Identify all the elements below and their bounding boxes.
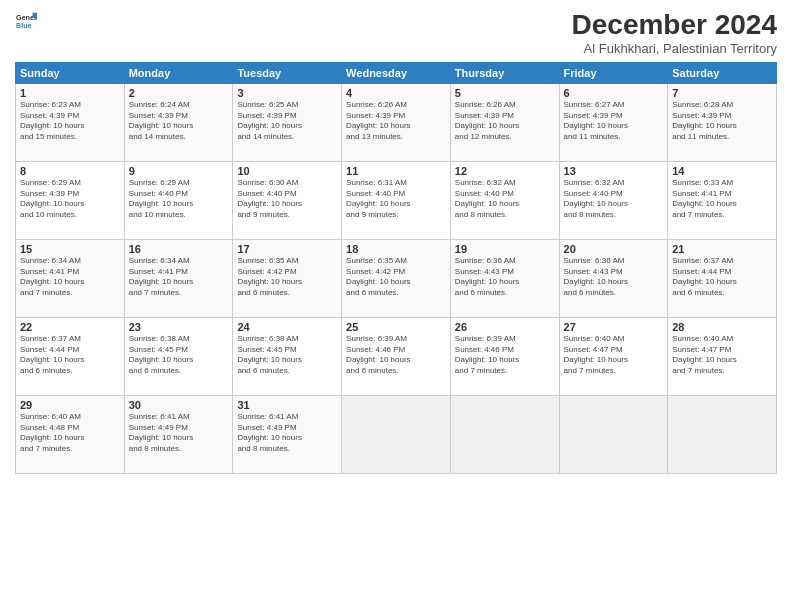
day-info: Sunrise: 6:36 AM Sunset: 4:43 PM Dayligh… (564, 256, 664, 299)
day-cell: 30Sunrise: 6:41 AM Sunset: 4:49 PM Dayli… (124, 395, 233, 473)
day-number: 18 (346, 243, 446, 255)
day-info: Sunrise: 6:34 AM Sunset: 4:41 PM Dayligh… (129, 256, 229, 299)
day-number: 1 (20, 87, 120, 99)
day-number: 26 (455, 321, 555, 333)
day-cell: 1Sunrise: 6:23 AM Sunset: 4:39 PM Daylig… (16, 83, 125, 161)
week-row-3: 15Sunrise: 6:34 AM Sunset: 4:41 PM Dayli… (16, 239, 777, 317)
day-cell: 9Sunrise: 6:29 AM Sunset: 4:40 PM Daylig… (124, 161, 233, 239)
day-info: Sunrise: 6:34 AM Sunset: 4:41 PM Dayligh… (20, 256, 120, 299)
title-block: December 2024 Al Fukhkhari, Palestinian … (572, 10, 777, 56)
day-cell: 26Sunrise: 6:39 AM Sunset: 4:46 PM Dayli… (450, 317, 559, 395)
day-info: Sunrise: 6:24 AM Sunset: 4:39 PM Dayligh… (129, 100, 229, 143)
day-cell: 23Sunrise: 6:38 AM Sunset: 4:45 PM Dayli… (124, 317, 233, 395)
day-info: Sunrise: 6:25 AM Sunset: 4:39 PM Dayligh… (237, 100, 337, 143)
day-info: Sunrise: 6:37 AM Sunset: 4:44 PM Dayligh… (20, 334, 120, 377)
day-cell: 14Sunrise: 6:33 AM Sunset: 4:41 PM Dayli… (668, 161, 777, 239)
day-cell: 5Sunrise: 6:26 AM Sunset: 4:39 PM Daylig… (450, 83, 559, 161)
day-cell (668, 395, 777, 473)
day-cell: 25Sunrise: 6:39 AM Sunset: 4:46 PM Dayli… (342, 317, 451, 395)
day-cell: 20Sunrise: 6:36 AM Sunset: 4:43 PM Dayli… (559, 239, 668, 317)
week-row-1: 1Sunrise: 6:23 AM Sunset: 4:39 PM Daylig… (16, 83, 777, 161)
day-info: Sunrise: 6:41 AM Sunset: 4:49 PM Dayligh… (237, 412, 337, 455)
day-cell: 15Sunrise: 6:34 AM Sunset: 4:41 PM Dayli… (16, 239, 125, 317)
day-cell: 10Sunrise: 6:30 AM Sunset: 4:40 PM Dayli… (233, 161, 342, 239)
day-number: 19 (455, 243, 555, 255)
day-info: Sunrise: 6:27 AM Sunset: 4:39 PM Dayligh… (564, 100, 664, 143)
col-monday: Monday (124, 62, 233, 83)
svg-text:Blue: Blue (16, 22, 32, 30)
day-info: Sunrise: 6:35 AM Sunset: 4:42 PM Dayligh… (237, 256, 337, 299)
col-friday: Friday (559, 62, 668, 83)
logo: General Blue (15, 10, 37, 32)
day-info: Sunrise: 6:23 AM Sunset: 4:39 PM Dayligh… (20, 100, 120, 143)
day-info: Sunrise: 6:37 AM Sunset: 4:44 PM Dayligh… (672, 256, 772, 299)
logo-icon: General Blue (15, 10, 37, 32)
day-cell: 11Sunrise: 6:31 AM Sunset: 4:40 PM Dayli… (342, 161, 451, 239)
day-number: 7 (672, 87, 772, 99)
day-number: 20 (564, 243, 664, 255)
header: General Blue December 2024 Al Fukhkhari,… (15, 10, 777, 56)
day-number: 13 (564, 165, 664, 177)
header-row: Sunday Monday Tuesday Wednesday Thursday… (16, 62, 777, 83)
page: General Blue December 2024 Al Fukhkhari,… (0, 0, 792, 612)
day-number: 27 (564, 321, 664, 333)
day-number: 25 (346, 321, 446, 333)
day-info: Sunrise: 6:39 AM Sunset: 4:46 PM Dayligh… (455, 334, 555, 377)
day-cell: 8Sunrise: 6:29 AM Sunset: 4:39 PM Daylig… (16, 161, 125, 239)
day-number: 23 (129, 321, 229, 333)
day-cell (342, 395, 451, 473)
day-cell: 12Sunrise: 6:32 AM Sunset: 4:40 PM Dayli… (450, 161, 559, 239)
day-number: 15 (20, 243, 120, 255)
day-number: 9 (129, 165, 229, 177)
day-cell: 13Sunrise: 6:32 AM Sunset: 4:40 PM Dayli… (559, 161, 668, 239)
day-number: 5 (455, 87, 555, 99)
day-number: 24 (237, 321, 337, 333)
day-info: Sunrise: 6:26 AM Sunset: 4:39 PM Dayligh… (346, 100, 446, 143)
day-number: 28 (672, 321, 772, 333)
day-info: Sunrise: 6:40 AM Sunset: 4:47 PM Dayligh… (672, 334, 772, 377)
day-info: Sunrise: 6:40 AM Sunset: 4:48 PM Dayligh… (20, 412, 120, 455)
day-cell: 28Sunrise: 6:40 AM Sunset: 4:47 PM Dayli… (668, 317, 777, 395)
col-thursday: Thursday (450, 62, 559, 83)
day-cell: 24Sunrise: 6:38 AM Sunset: 4:45 PM Dayli… (233, 317, 342, 395)
day-info: Sunrise: 6:41 AM Sunset: 4:49 PM Dayligh… (129, 412, 229, 455)
day-number: 10 (237, 165, 337, 177)
day-info: Sunrise: 6:35 AM Sunset: 4:42 PM Dayligh… (346, 256, 446, 299)
col-tuesday: Tuesday (233, 62, 342, 83)
day-info: Sunrise: 6:36 AM Sunset: 4:43 PM Dayligh… (455, 256, 555, 299)
day-cell (559, 395, 668, 473)
calendar-subtitle: Al Fukhkhari, Palestinian Territory (572, 41, 777, 56)
day-number: 17 (237, 243, 337, 255)
day-cell: 7Sunrise: 6:28 AM Sunset: 4:39 PM Daylig… (668, 83, 777, 161)
day-cell (450, 395, 559, 473)
day-cell: 16Sunrise: 6:34 AM Sunset: 4:41 PM Dayli… (124, 239, 233, 317)
day-info: Sunrise: 6:30 AM Sunset: 4:40 PM Dayligh… (237, 178, 337, 221)
week-row-4: 22Sunrise: 6:37 AM Sunset: 4:44 PM Dayli… (16, 317, 777, 395)
day-cell: 17Sunrise: 6:35 AM Sunset: 4:42 PM Dayli… (233, 239, 342, 317)
day-cell: 31Sunrise: 6:41 AM Sunset: 4:49 PM Dayli… (233, 395, 342, 473)
day-info: Sunrise: 6:29 AM Sunset: 4:40 PM Dayligh… (129, 178, 229, 221)
day-number: 14 (672, 165, 772, 177)
day-number: 30 (129, 399, 229, 411)
day-info: Sunrise: 6:32 AM Sunset: 4:40 PM Dayligh… (564, 178, 664, 221)
day-number: 22 (20, 321, 120, 333)
day-cell: 3Sunrise: 6:25 AM Sunset: 4:39 PM Daylig… (233, 83, 342, 161)
day-cell: 18Sunrise: 6:35 AM Sunset: 4:42 PM Dayli… (342, 239, 451, 317)
day-info: Sunrise: 6:28 AM Sunset: 4:39 PM Dayligh… (672, 100, 772, 143)
day-info: Sunrise: 6:26 AM Sunset: 4:39 PM Dayligh… (455, 100, 555, 143)
day-info: Sunrise: 6:38 AM Sunset: 4:45 PM Dayligh… (129, 334, 229, 377)
calendar-table: Sunday Monday Tuesday Wednesday Thursday… (15, 62, 777, 474)
day-number: 2 (129, 87, 229, 99)
day-number: 3 (237, 87, 337, 99)
day-number: 21 (672, 243, 772, 255)
day-info: Sunrise: 6:38 AM Sunset: 4:45 PM Dayligh… (237, 334, 337, 377)
day-cell: 2Sunrise: 6:24 AM Sunset: 4:39 PM Daylig… (124, 83, 233, 161)
day-number: 4 (346, 87, 446, 99)
day-info: Sunrise: 6:39 AM Sunset: 4:46 PM Dayligh… (346, 334, 446, 377)
day-cell: 29Sunrise: 6:40 AM Sunset: 4:48 PM Dayli… (16, 395, 125, 473)
day-cell: 6Sunrise: 6:27 AM Sunset: 4:39 PM Daylig… (559, 83, 668, 161)
day-number: 12 (455, 165, 555, 177)
day-number: 16 (129, 243, 229, 255)
day-number: 6 (564, 87, 664, 99)
day-number: 31 (237, 399, 337, 411)
